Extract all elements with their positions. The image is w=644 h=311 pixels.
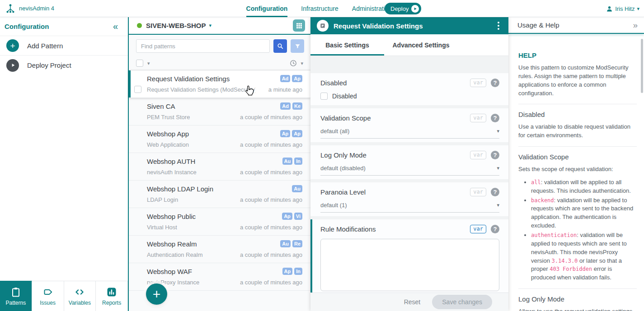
select-all-checkbox[interactable] [136, 60, 143, 67]
help-question-icon[interactable]: ? [491, 225, 499, 233]
clock-sort-icon[interactable] [289, 59, 297, 67]
paranoia-level-value: default (1) [320, 202, 347, 209]
code-brackets-icon [74, 287, 85, 297]
field-rule-modifications: Rule Modifications var ? Rule recommende… [310, 219, 508, 292]
pattern-title: Webshop App [147, 130, 302, 138]
pattern-detail-panel: Request Validation Settings Basic Settin… [310, 17, 508, 311]
deploy-project-label: Deploy Project [27, 61, 71, 69]
sidebar-collapse-icon[interactable]: « [113, 21, 118, 32]
help-question-icon[interactable]: ? [491, 188, 499, 196]
rule-modifications-textarea[interactable] [320, 239, 499, 291]
add-pattern-fab[interactable]: + [146, 283, 167, 305]
help-collapse-icon[interactable]: » [633, 20, 638, 30]
project-caret-icon[interactable]: ▾ [209, 23, 212, 28]
paranoia-level-select[interactable]: default (1) ▾ [320, 202, 499, 213]
help-bullet-list: all: validation will be applied to all r… [531, 178, 637, 282]
validation-scope-select[interactable]: default (all) ▾ [320, 128, 499, 139]
pattern-row-checkbox[interactable] [134, 86, 141, 93]
chevron-down-icon: ▾ [497, 203, 499, 208]
pattern-subtitle: Authentication Realm [147, 251, 203, 258]
var-badge[interactable]: var [470, 114, 486, 122]
pattern-list-item[interactable]: Request Validation SettingsAdApRequest V… [129, 70, 310, 98]
nav-issues[interactable]: Issues [32, 281, 64, 311]
deploy-button[interactable]: Deploy [385, 3, 421, 14]
disabled-checkbox[interactable] [320, 93, 328, 100]
app-title: nevisAdmin 4 [19, 5, 54, 12]
project-header: SIVEN-WEB-SHOP ▾ [129, 17, 310, 35]
inline-code: 403 Forbidden [550, 266, 592, 272]
help-question-icon[interactable]: ? [491, 114, 499, 122]
settings-tabs: Basic Settings Advanced Settings [310, 34, 508, 56]
clipboard-icon [10, 287, 21, 297]
filter-button[interactable] [291, 39, 304, 53]
app-logo[interactable]: nevisAdmin 4 [0, 4, 127, 14]
tab-basic-settings[interactable]: Basic Settings [310, 34, 384, 56]
validation-scope-value: default (all) [320, 128, 349, 135]
add-pattern-label: Add Pattern [27, 42, 63, 50]
pattern-title: Webshop LDAP Login [147, 185, 302, 193]
kebab-menu-icon[interactable] [495, 20, 502, 32]
var-badge-active[interactable]: var [470, 225, 486, 233]
play-icon [6, 59, 19, 72]
search-input[interactable] [136, 39, 270, 53]
pattern-title: Webshop Public [147, 213, 302, 220]
pattern-timestamp: a couple of minutes ago [240, 224, 302, 231]
help-heading: HELP [518, 51, 637, 59]
help-question-icon[interactable]: ? [491, 79, 499, 87]
help-accent-line [508, 33, 644, 34]
add-pattern-button[interactable]: + Add Pattern [0, 36, 128, 56]
pattern-title: Request Validation Settings [147, 75, 302, 83]
pattern-list-item[interactable]: Webshop PublicApViVirtual Hosta couple o… [129, 208, 310, 236]
deploy-play-icon [411, 5, 419, 13]
pattern-list-item[interactable]: Webshop AppApApWeb Applicationa couple o… [129, 125, 310, 153]
sidebar-bottom-nav: Patterns Issues Variables Reports [0, 281, 128, 311]
nav-reports[interactable]: Reports [96, 281, 128, 311]
pattern-badge: In [294, 158, 302, 165]
pattern-subtitle: LDAP Login [147, 196, 178, 203]
pattern-timestamp: a couple of minutes ago [240, 141, 302, 148]
settings-form: Disabled var ? Disabled Validation Scope… [310, 73, 508, 292]
help-bullet: all: validation will be applied to all r… [531, 178, 637, 195]
nav-patterns[interactable]: Patterns [0, 281, 32, 311]
pattern-detail-header: Request Validation Settings [310, 17, 508, 34]
help-scrollbar-thumb[interactable] [641, 39, 643, 93]
pattern-badge: Ad [280, 102, 291, 110]
user-menu[interactable]: Iris Hitz ▾ [606, 0, 639, 17]
pattern-list-item[interactable]: Siven CAAdKePEM Trust Storea couple of m… [129, 98, 310, 125]
pattern-badge: Ap [292, 130, 302, 137]
project-name[interactable]: SIVEN-WEB-SHOP [146, 22, 206, 29]
disabled-checkbox-label: Disabled [332, 93, 357, 100]
pattern-list-item[interactable]: Webshop LDAP LoginAuLDAP Logina couple o… [129, 181, 310, 208]
help-question-icon[interactable]: ? [491, 151, 499, 159]
field-rule-modifications-label: Rule Modifications [320, 225, 376, 233]
pattern-title: Webshop AUTH [147, 158, 302, 165]
deploy-project-button[interactable]: Deploy Project [0, 56, 128, 75]
usage-help-panel: Usage & Help » HELP Use this pattern to … [508, 17, 644, 311]
user-caret-icon: ▾ [637, 6, 639, 11]
var-badge[interactable]: var [470, 151, 486, 159]
var-badge[interactable]: var [470, 79, 486, 87]
pattern-badges: AuIn [282, 158, 302, 165]
chevron-down-icon: ▾ [497, 166, 499, 171]
nav-issues-label: Issues [40, 300, 56, 306]
pattern-badges: ApIn [282, 268, 302, 275]
reset-button[interactable]: Reset [404, 298, 421, 306]
search-button[interactable] [273, 39, 287, 53]
select-all-caret-icon[interactable]: ▾ [147, 61, 150, 66]
tab-infrastructure[interactable]: Infrastructure [301, 0, 338, 17]
log-only-mode-select[interactable]: default (disabled) ▾ [320, 165, 499, 176]
pattern-badge: Au [292, 185, 302, 192]
sort-caret-icon[interactable]: ▾ [301, 61, 303, 66]
main-nav: Configuration Infrastructure Administrat… [246, 0, 392, 17]
save-changes-button[interactable]: Save changes [432, 295, 492, 309]
pattern-list-item[interactable]: Webshop AUTHAuInnevisAuth Instancea coup… [129, 153, 310, 181]
pattern-list-item[interactable]: Webshop RealmAuReAuthentication Realma c… [129, 236, 310, 263]
nav-variables[interactable]: Variables [64, 281, 96, 311]
tab-configuration[interactable]: Configuration [246, 0, 288, 17]
tab-advanced-settings[interactable]: Advanced Settings [384, 34, 458, 56]
pattern-title: Siven CA [147, 102, 302, 110]
pattern-badge: Vi [294, 213, 302, 220]
pattern-timestamp: a couple of minutes ago [240, 196, 302, 203]
var-badge[interactable]: var [470, 188, 486, 196]
grid-view-button[interactable] [293, 19, 305, 32]
